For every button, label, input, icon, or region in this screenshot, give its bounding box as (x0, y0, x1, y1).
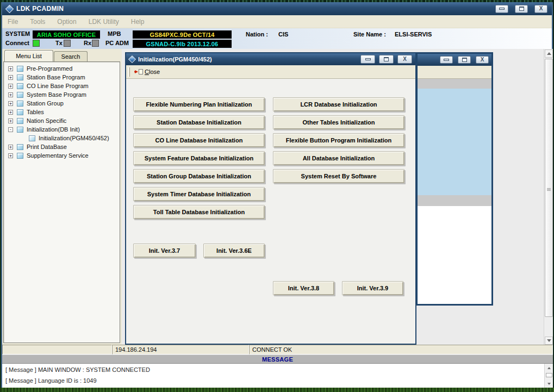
connect-status: CONNECT OK (252, 346, 292, 353)
system-value-display: ARIA SOHO OFFICE (33, 30, 100, 39)
scroll-down-button[interactable] (545, 337, 553, 345)
expand-icon[interactable]: + (8, 75, 13, 80)
expand-icon[interactable]: + (8, 101, 13, 106)
status-segment-empty (2, 345, 112, 354)
maximize-button[interactable] (515, 5, 528, 13)
other-tables-init-button[interactable]: Other Tables Initialization (273, 115, 404, 129)
tree-item-initialization-db-init[interactable]: -Initialization(DB Init) (4, 125, 120, 134)
background-window-titlebar[interactable]: X (418, 54, 491, 66)
menu-option[interactable]: Option (57, 18, 76, 26)
folder-cube-icon (17, 144, 23, 150)
pcadm-value-display: GSNAD-C.9Ib 2013.12.06 (133, 40, 232, 48)
all-database-init-button[interactable]: All Database Initialization (273, 151, 404, 165)
maximize-button[interactable] (458, 56, 471, 64)
close-button[interactable]: X (476, 56, 489, 64)
expand-icon[interactable]: + (8, 84, 13, 89)
close-icon: X (481, 58, 484, 62)
site-name-value: ELSI-SERVIS (395, 31, 432, 38)
rx-led-icon (92, 40, 99, 47)
expand-icon[interactable]: + (8, 66, 13, 71)
menu-ldk-utility[interactable]: LDK Utility (89, 18, 119, 26)
message-header-label: MESSAGE (262, 356, 293, 363)
maximize-icon (519, 7, 524, 11)
tree-item-nation-specific[interactable]: +Nation Specific (4, 116, 120, 125)
arrow-down-icon (547, 383, 551, 385)
scrollbar-thumb[interactable] (545, 59, 553, 317)
expand-icon[interactable]: + (8, 153, 13, 158)
tree-item-system-base[interactable]: +System Base Program (4, 90, 120, 99)
tree-item-station-group[interactable]: +Station Group (4, 99, 120, 108)
toll-table-database-init-button[interactable]: Toll Table Database Initialization (133, 205, 265, 219)
scroll-up-button[interactable] (545, 49, 553, 58)
collapse-icon[interactable]: - (8, 127, 13, 132)
scroll-up-button[interactable] (545, 365, 552, 371)
tab-menu-list[interactable]: Menu List (4, 50, 53, 61)
system-label: SYSTEM (5, 30, 30, 37)
close-label-rest: lose (149, 69, 160, 75)
arrow-up-icon (547, 367, 551, 369)
app-title: LDK PCADMIN (16, 5, 64, 13)
minimize-icon (499, 8, 505, 10)
minimize-button[interactable] (360, 55, 375, 64)
init-ver-3-8-button[interactable]: Init. Ver.3.8 (273, 281, 334, 295)
folder-cube-icon (17, 101, 23, 107)
tree-item-tables[interactable]: +Tables (4, 108, 120, 116)
toolbar-grip (128, 67, 130, 77)
expand-icon[interactable]: + (8, 145, 13, 150)
background-window[interactable]: X (416, 52, 493, 306)
system-timer-database-init-button[interactable]: System Timer Database Initialization (133, 187, 265, 201)
scrollbar-thumb[interactable] (546, 373, 552, 377)
close-button[interactable]: X (534, 5, 547, 13)
station-group-database-init-button[interactable]: Station Group Database Initialization (133, 169, 265, 183)
tree-item-pre-programmed[interactable]: +Pre-Programmed (4, 64, 120, 73)
tree-item-print-database[interactable]: +Print DataBase (4, 142, 120, 151)
tree-item-co-line-base[interactable]: +CO Line Base Program (4, 82, 120, 90)
menu-tools[interactable]: Tools (30, 18, 45, 26)
close-window-button[interactable]: Close (133, 67, 163, 76)
init-ver-3-7-button[interactable]: Init. Ver.3.7 (133, 244, 196, 258)
expand-icon[interactable]: + (8, 119, 13, 123)
maximize-button[interactable] (379, 55, 394, 64)
expand-icon[interactable]: + (8, 92, 13, 97)
menu-file[interactable]: File (8, 18, 18, 26)
flexible-button-program-init-button[interactable]: Flexible Button Program Initialization (273, 133, 404, 147)
minimize-button[interactable] (440, 56, 453, 64)
connect-label: Connect (5, 40, 29, 46)
maximize-icon (462, 58, 467, 62)
status-segment-ip: 194.186.24.194 (112, 345, 249, 354)
close-icon: X (539, 7, 543, 11)
app-window: LDK PCADMIN X File Tools Option LDK Util… (1, 2, 553, 388)
desktop-grass-strip (0, 388, 554, 392)
system-feature-database-init-button[interactable]: System Feature Database Initialization (133, 151, 265, 165)
init-ver-3-9-button[interactable]: Init. Ver.3.9 (342, 281, 403, 295)
tab-search[interactable]: Search (54, 51, 88, 61)
tab-search-label: Search (61, 53, 80, 60)
tree-item-supplementary-service[interactable]: +Supplementary Service (4, 151, 120, 160)
main-vertical-scrollbar[interactable] (544, 49, 553, 346)
close-button[interactable]: X (397, 55, 412, 64)
status-bar: 194.186.24.194 CONNECT OK (2, 345, 553, 354)
close-icon: X (403, 57, 407, 61)
tree-item-initialization-pgm450-452[interactable]: Initialization(PGM450/452) (4, 134, 120, 142)
message-line: [ Message ] MAIN WINDOW : SYSTEM CONNECT… (5, 366, 150, 373)
thumb-grip-icon (547, 188, 551, 191)
menu-help[interactable]: Help (131, 18, 145, 26)
tree-item-station-base[interactable]: +Station Base Program (4, 73, 120, 82)
station-database-init-button[interactable]: Station Database Initialization (133, 115, 265, 129)
expand-icon[interactable]: + (8, 110, 13, 115)
minimize-icon (444, 59, 449, 61)
window-icon (128, 55, 136, 63)
app-titlebar[interactable]: LDK PCADMIN X (2, 2, 552, 15)
message-scrollbar[interactable] (544, 364, 553, 388)
lcr-database-init-button[interactable]: LCR Database Initialization (273, 97, 404, 111)
co-line-database-init-button[interactable]: CO Line Database Initialization (133, 133, 265, 147)
initialization-window-titlebar[interactable]: Initialization(PGM450/452) X (126, 53, 415, 65)
ip-address: 194.186.24.194 (115, 346, 157, 353)
init-ver-3-6e-button[interactable]: Init. Ver.3.6E (203, 244, 265, 258)
message-line: [ Message ] Language ID is : 1049 (5, 377, 97, 384)
system-reset-by-software-button[interactable]: System Reset By Software (273, 169, 404, 183)
message-log: [ Message ] MAIN WINDOW : SYSTEM CONNECT… (2, 363, 553, 388)
scroll-down-button[interactable] (545, 381, 552, 387)
flexible-numbering-plan-init-button[interactable]: Flexible Numbering Plan Initialization (133, 97, 265, 111)
minimize-button[interactable] (495, 5, 508, 13)
